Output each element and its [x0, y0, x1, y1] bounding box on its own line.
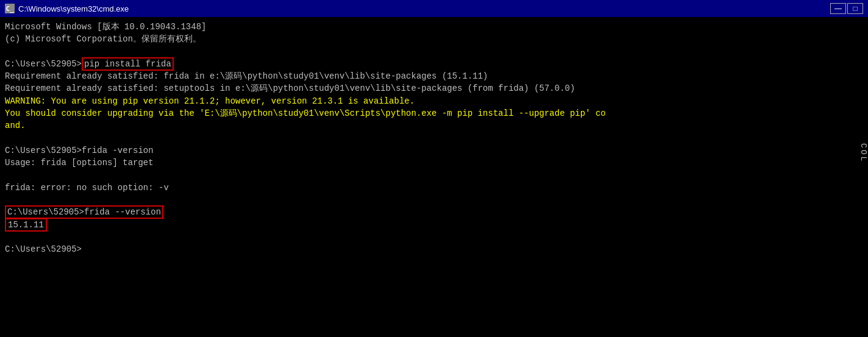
line-frida-version-short: C:\Users\52905>frida -version — [5, 144, 863, 157]
line-req-setuptools: Requirement already satisfied: setuptool… — [5, 82, 863, 94]
terminal-body[interactable]: Microsoft Windows [版本 10.0.19043.1348] (… — [0, 17, 868, 337]
col-label: COL — [859, 129, 868, 177]
minimize-button[interactable]: — — [830, 3, 846, 14]
line-blank-1 — [5, 46, 863, 58]
line-blank-5 — [5, 231, 863, 243]
line-usage: Usage: frida [options] target — [5, 157, 863, 169]
line-final-prompt: C:\Users\52905> — [5, 243, 863, 255]
line-upgrade-2: and. — [5, 119, 863, 132]
line-warning: WARNING: You are using pip version 21.1.… — [5, 95, 863, 107]
title-bar-left: C_ C:\Windows\system32\cmd.exe — [5, 4, 129, 13]
version-number-highlight: 15.1.11 — [5, 218, 47, 232]
title-bar-controls: — □ — [830, 3, 863, 14]
line-blank-3 — [5, 169, 863, 182]
window-icon: C_ — [5, 4, 15, 13]
cmd-window: C_ C:\Windows\system32\cmd.exe — □ Micro… — [0, 0, 868, 337]
window-title: C:\Windows\system32\cmd.exe — [18, 4, 129, 13]
title-bar: C_ C:\Windows\system32\cmd.exe — □ — [0, 0, 868, 17]
line-upgrade-1: You should consider upgrading via the 'E… — [5, 107, 863, 119]
line-req-frida: Requirement already satisfied: frida in … — [5, 70, 863, 82]
prompt-1: C:\Users\52905> — [5, 59, 82, 69]
line-frida-error: frida: error: no such option: -v — [5, 182, 863, 194]
line-blank-2 — [5, 132, 863, 144]
maximize-button[interactable]: □ — [847, 3, 863, 14]
line-pip-install: C:\Users\52905>pip install frida — [5, 58, 863, 70]
line-copyright: (c) Microsoft Corporation。保留所有权利。 — [5, 33, 863, 45]
line-version-number: 15.1.11 — [5, 219, 863, 231]
line-windows-version: Microsoft Windows [版本 10.0.19043.1348] — [5, 21, 863, 33]
line-frida-version-long: C:\Users\52905>frida --version — [5, 206, 863, 218]
frida-version-cmd-highlight: C:\Users\52905>frida --version — [5, 205, 163, 219]
pip-install-highlight: pip install frida — [82, 57, 174, 71]
line-blank-4 — [5, 194, 863, 206]
